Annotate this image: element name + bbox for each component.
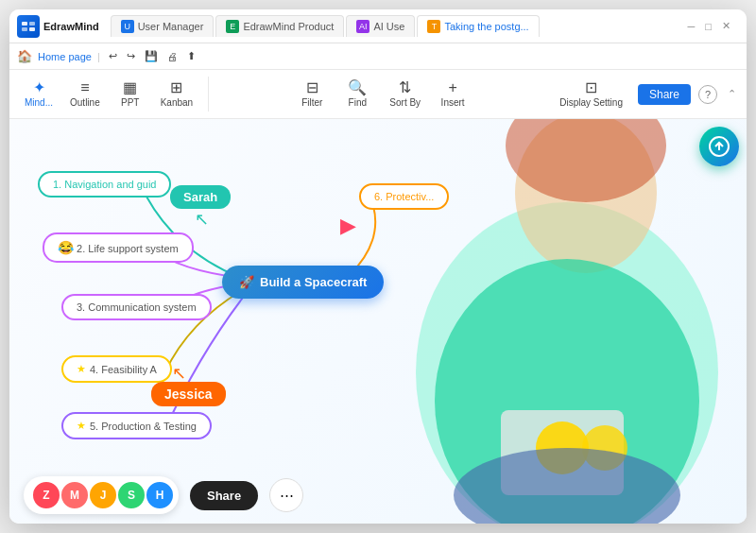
star-icon-prod: ★ <box>77 420 86 432</box>
avatar-j[interactable]: J <box>88 480 118 510</box>
jessica-cursor-arrow: ↖ <box>172 363 186 384</box>
jessica-cursor-label: Jessica <box>151 382 226 406</box>
toolbar-right: ⊡ Display Setting Share ? ⌃ <box>552 77 739 112</box>
outline-icon: ≡ <box>80 80 89 95</box>
sarah-cursor-label: Sarah <box>170 185 231 209</box>
svg-rect-0 <box>22 22 27 26</box>
kanban-btn[interactable]: ⊞ Kanban <box>153 77 200 112</box>
tab-icon-ai: AI <box>356 20 369 33</box>
tab-bar: U User Manager E EdrawMind Product AI AI… <box>111 15 676 37</box>
avatar-s[interactable]: S <box>116 480 146 510</box>
center-node[interactable]: 🚀 Build a Spacecraft <box>222 266 384 299</box>
title-bar: EdrawMind U User Manager E EdrawMind Pro… <box>9 9 747 43</box>
redo-btn[interactable]: ↪ <box>124 49 138 63</box>
nav-bar: 🏠 Home page | ↩ ↪ 💾 🖨 ⬆ <box>9 43 747 70</box>
ppt-icon: ▦ <box>123 80 137 95</box>
svg-rect-1 <box>29 22 35 26</box>
save-btn[interactable]: 💾 <box>142 49 161 63</box>
node-navigation[interactable]: 1. Navigation and guid <box>38 171 171 198</box>
node-feasibility[interactable]: ★ 4. Feasibility A <box>61 355 172 383</box>
nav-actions: ↩ ↪ 💾 🖨 ⬆ <box>106 49 198 63</box>
logo-text: EdrawMind <box>43 21 99 32</box>
help-btn[interactable]: ? <box>698 85 717 104</box>
tab-user-manager[interactable]: U User Manager <box>111 15 215 37</box>
app-window: EdrawMind U User Manager E EdrawMind Pro… <box>9 9 747 524</box>
undo-btn[interactable]: ↩ <box>106 49 120 63</box>
svg-rect-3 <box>29 27 35 31</box>
maximize-btn[interactable]: □ <box>702 20 714 33</box>
minimize-btn[interactable]: ─ <box>685 20 698 33</box>
mind-icon: ✦ <box>33 80 45 95</box>
sarah-cursor-arrow: ↖ <box>195 209 209 230</box>
window-controls: ─ □ ✕ <box>679 19 739 33</box>
ppt-btn[interactable]: ▦ PPT <box>110 77 151 112</box>
tab-icon-postg: T <box>427 20 440 33</box>
red-arrow-indicator: ▶ <box>340 214 356 238</box>
home-link[interactable]: Home page <box>38 51 92 62</box>
tab-ai-use[interactable]: AI AI Use <box>346 15 415 37</box>
print-btn[interactable]: 🖨 <box>164 50 180 63</box>
toolbar-center-group: ⊟ Filter 🔍 Find ⇅ Sort By + Insert <box>291 77 473 112</box>
node-life-support[interactable]: 😂 2. Life support system <box>43 232 194 263</box>
tab-icon-user-manager: U <box>121 20 134 33</box>
avatar-h[interactable]: H <box>145 480 175 510</box>
svg-rect-2 <box>22 27 27 31</box>
find-icon: 🔍 <box>348 80 367 95</box>
share-bottom-btn[interactable]: Share <box>190 481 258 510</box>
sort-by-btn[interactable]: ⇅ Sort By <box>382 77 428 112</box>
tab-icon-edrawmind: E <box>226 20 239 33</box>
bottom-bar: Z M J S H Share ⋯ <box>24 476 303 514</box>
mind-btn[interactable]: ✦ Mind... <box>17 77 60 112</box>
avatar-m[interactable]: M <box>60 480 90 510</box>
node-production[interactable]: ★ 5. Production & Testing <box>61 412 212 439</box>
rocket-icon: 🚀 <box>239 275 254 289</box>
avatar-stack: Z M J S H <box>24 476 179 514</box>
insert-icon: + <box>448 80 456 95</box>
main-content: 1. Navigation and guid 😂 2. Life support… <box>9 119 747 524</box>
close-btn[interactable]: ✕ <box>719 19 733 33</box>
sort-icon: ⇅ <box>399 80 411 95</box>
export-btn[interactable]: ⬆ <box>184 49 198 63</box>
filter-icon: ⊟ <box>306 80 318 95</box>
expand-btn[interactable]: ⌃ <box>725 87 739 101</box>
tab-taking-postg[interactable]: T Taking the postg... <box>417 15 539 37</box>
display-setting-btn[interactable]: ⊡ Display Setting <box>552 77 630 112</box>
share-network-icon: ⋯ <box>280 487 294 504</box>
edrawmind-logo-icon <box>17 15 40 38</box>
node-protection[interactable]: 6. Protectiv... <box>359 183 449 210</box>
logo-area: EdrawMind <box>17 15 99 38</box>
floating-logo[interactable] <box>699 127 739 166</box>
share-network-btn[interactable]: ⋯ <box>269 478 303 512</box>
toolbar: ✦ Mind... ≡ Outline ▦ PPT ⊞ Kanban ⊟ Fil… <box>9 70 747 119</box>
find-btn[interactable]: 🔍 Find <box>336 77 378 112</box>
node-communication[interactable]: 3. Communication system <box>61 294 212 320</box>
toolbar-view-group: ✦ Mind... ≡ Outline ▦ PPT ⊞ Kanban <box>17 77 209 112</box>
display-icon: ⊡ <box>585 80 597 95</box>
nav-separator: | <box>97 51 100 62</box>
outline-btn[interactable]: ≡ Outline <box>62 77 108 112</box>
share-header-btn[interactable]: Share <box>638 84 691 105</box>
star-icon-feas: ★ <box>77 363 86 375</box>
avatar-z[interactable]: Z <box>31 480 61 510</box>
person-figure <box>378 119 747 524</box>
filter-btn[interactable]: ⊟ Filter <box>291 77 333 112</box>
kanban-icon: ⊞ <box>170 80 182 95</box>
tab-edrawmind-product[interactable]: E EdrawMind Product <box>215 15 344 37</box>
life-emoji: 😂 <box>58 240 74 255</box>
insert-btn[interactable]: + Insert <box>432 77 473 112</box>
